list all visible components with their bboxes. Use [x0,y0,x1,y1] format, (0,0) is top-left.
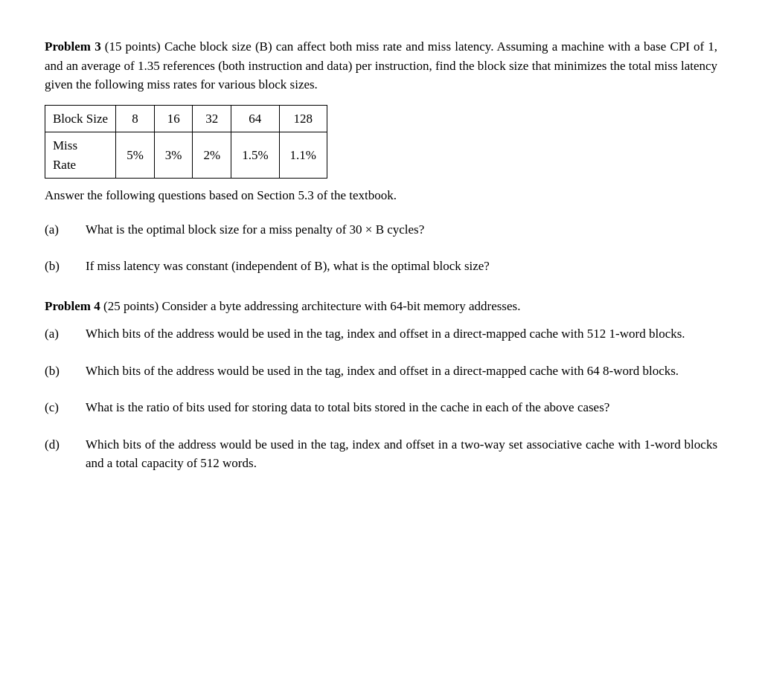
problem3-label-a: (a) [45,220,86,240]
problem-4-intro: Problem 4 (25 points) Consider a byte ad… [45,297,717,316]
problem4-question-b: (b) Which bits of the address would be u… [45,362,717,381]
problem-3-intro: Problem 3 (15 points) Cache block size (… [45,37,717,94]
problem3-question-b: (b) If miss latency was constant (indepe… [45,257,717,276]
problem3-question-a: (a) What is the optimal block size for a… [45,220,717,240]
problem4-text-c: What is the ratio of bits used for stori… [86,398,717,417]
table-data-row: MissRate 5% 3% 2% 1.5% 1.1% [45,132,327,179]
problem4-label-b: (b) [45,362,86,381]
miss-rate-table: Block Size 8 16 32 64 128 MissRate 5% 3%… [45,105,327,179]
problem-4-title: Problem 4 [45,299,100,313]
cell-64: 1.5% [231,132,279,179]
problem4-question-c: (c) What is the ratio of bits used for s… [45,398,717,417]
col-header-8: 8 [116,105,155,132]
problem4-text-a: Which bits of the address would be used … [86,324,717,344]
problem-3-block: Problem 3 (15 points) Cache block size (… [45,37,717,276]
problem4-text-b: Which bits of the address would be used … [86,362,717,381]
table-header-row: Block Size 8 16 32 64 128 [45,105,327,132]
col-header-32: 32 [193,105,231,132]
problem4-label-a: (a) [45,324,86,344]
col-header-blocksize: Block Size [45,105,116,132]
cell-32: 2% [193,132,231,179]
cell-8: 5% [116,132,155,179]
problem4-label-d: (d) [45,435,86,473]
col-header-16: 16 [154,105,193,132]
problem4-question-d: (d) Which bits of the address would be u… [45,435,717,473]
row-label-missrate: MissRate [45,132,116,179]
problem-4-block: Problem 4 (25 points) Consider a byte ad… [45,297,717,473]
problem3-text-b: If miss latency was constant (independen… [86,257,717,276]
problem3-text-a: What is the optimal block size for a mis… [86,220,717,240]
problem-3-title: Problem 3 [45,39,101,54]
problem3-label-b: (b) [45,257,86,276]
col-header-64: 64 [231,105,279,132]
problem4-text-d: Which bits of the address would be used … [86,435,717,473]
miss-rate-table-container: Block Size 8 16 32 64 128 MissRate 5% 3%… [45,105,717,179]
cell-128: 1.1% [279,132,327,179]
col-header-128: 128 [279,105,327,132]
cell-16: 3% [154,132,193,179]
problem4-label-c: (c) [45,398,86,417]
problem-3-answer-note: Answer the following questions based on … [45,186,717,205]
problem4-question-a: (a) Which bits of the address would be u… [45,324,717,344]
